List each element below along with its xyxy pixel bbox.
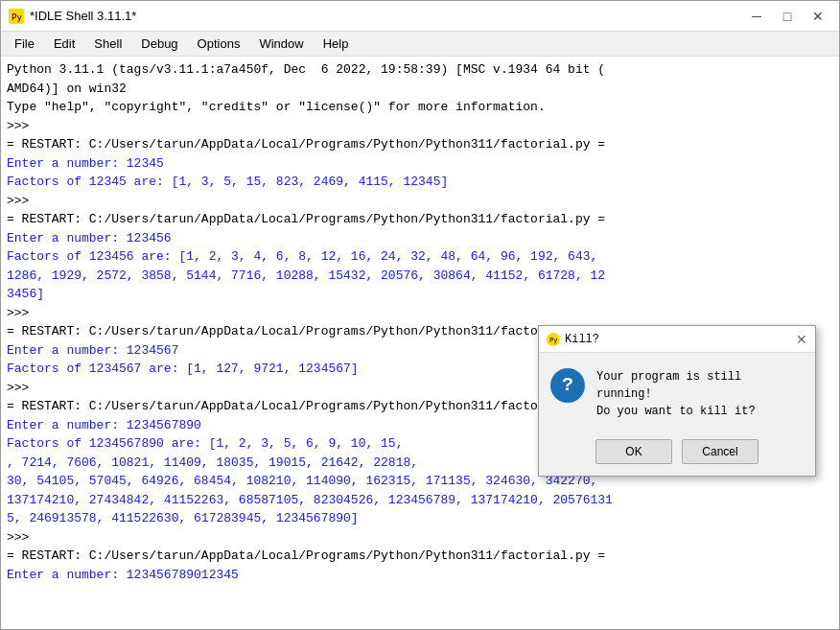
- maximize-button[interactable]: □: [774, 5, 801, 28]
- prompt-5: >>>: [7, 528, 833, 548]
- dialog-title-left: Py Kill?: [547, 331, 599, 348]
- result-4d: 137174210, 27434842, 41152263, 68587105,…: [7, 491, 833, 510]
- enter-5: Enter a number: 123456789012345: [7, 566, 833, 585]
- restart-2: = RESTART: C:/Users/tarun/AppData/Local/…: [7, 210, 833, 229]
- menu-edit[interactable]: Edit: [44, 34, 84, 54]
- dialog-body: ? Your program is still running! Do you …: [539, 353, 815, 432]
- cancel-button[interactable]: Cancel: [682, 439, 758, 464]
- close-button[interactable]: ✕: [805, 5, 831, 28]
- ok-button[interactable]: OK: [595, 439, 672, 464]
- result-2c: 3456]: [7, 285, 833, 304]
- prompt-3: >>>: [7, 304, 833, 323]
- title-controls: ─ □ ✕: [743, 5, 831, 28]
- result-1: Factors of 12345 are: [1, 3, 5, 15, 823,…: [7, 173, 833, 192]
- prompt-symbol-5: >>>: [7, 528, 41, 548]
- svg-text:Py: Py: [12, 12, 22, 22]
- main-window: Py *IDLE Shell 3.11.1* ─ □ ✕ File Edit S…: [0, 0, 840, 630]
- kill-dialog: Py Kill? ✕ ? Your program is still runni…: [538, 325, 816, 477]
- result-2b: 1286, 1929, 2572, 3858, 5144, 7716, 1028…: [7, 267, 833, 286]
- prompt-symbol-3: >>>: [7, 304, 41, 323]
- prompt-symbol-4: >>>: [7, 379, 41, 398]
- python-intro: Python 3.11.1 (tags/v3.11.1:a7a450f, Dec…: [7, 60, 833, 117]
- title-bar-left: Py *IDLE Shell 3.11.1*: [9, 9, 136, 24]
- dialog-message-line1: Your program is still running!: [596, 370, 741, 401]
- window-title: *IDLE Shell 3.11.1*: [30, 9, 136, 23]
- idle-icon: Py: [9, 9, 24, 24]
- menu-help[interactable]: Help: [314, 34, 359, 54]
- prompt-2: >>>: [7, 192, 833, 211]
- result-2a: Factors of 123456 are: [1, 2, 3, 4, 6, 8…: [7, 247, 833, 267]
- menu-bar: File Edit Shell Debug Options Window Hel…: [1, 32, 839, 57]
- svg-text:Py: Py: [549, 337, 557, 344]
- question-icon: ?: [550, 368, 585, 403]
- title-bar: Py *IDLE Shell 3.11.1* ─ □ ✕: [1, 1, 839, 32]
- menu-file[interactable]: File: [5, 34, 44, 54]
- menu-window[interactable]: Window: [249, 34, 313, 54]
- enter-1: Enter a number: 12345: [7, 154, 833, 174]
- dialog-title-text: Kill?: [565, 331, 599, 348]
- result-4e: 5, 246913578, 411522630, 617283945, 1234…: [7, 509, 833, 528]
- shell-output[interactable]: Python 3.11.1 (tags/v3.11.1:a7a450f, Dec…: [1, 57, 839, 629]
- restart-5: = RESTART: C:/Users/tarun/AppData/Local/…: [7, 547, 833, 566]
- prompt-symbol-1: >>>: [7, 117, 41, 136]
- minimize-button[interactable]: ─: [743, 5, 770, 28]
- prompt-symbol-2: >>>: [7, 192, 41, 211]
- prompt-1: >>>: [7, 117, 833, 136]
- enter-2: Enter a number: 123456: [7, 229, 833, 248]
- menu-options[interactable]: Options: [188, 34, 250, 54]
- dialog-close-button[interactable]: ✕: [796, 332, 807, 347]
- dialog-message: Your program is still running! Do you wa…: [596, 368, 804, 420]
- restart-1: = RESTART: C:/Users/tarun/AppData/Local/…: [7, 135, 833, 154]
- dialog-message-line2: Do you want to kill it?: [596, 405, 756, 418]
- python-dialog-icon: Py: [547, 333, 560, 346]
- menu-debug[interactable]: Debug: [131, 34, 187, 54]
- dialog-buttons: OK Cancel: [539, 432, 815, 476]
- menu-shell[interactable]: Shell: [84, 34, 131, 54]
- dialog-title-bar: Py Kill? ✕: [539, 326, 815, 353]
